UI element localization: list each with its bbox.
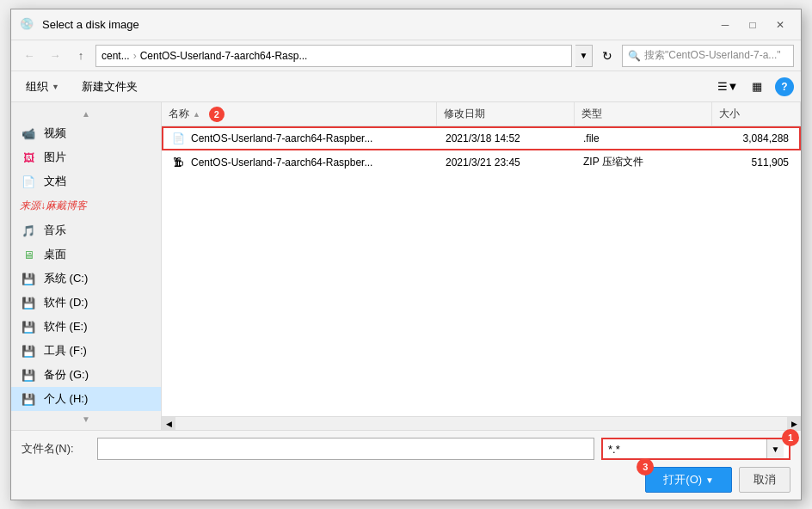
- sidebar-label-desktop: 桌面: [44, 247, 66, 262]
- search-box[interactable]: 🔍 搜索"CentOS-Userland-7-a...": [622, 45, 794, 67]
- col-date-label: 修改日期: [444, 107, 485, 121]
- horizontal-scrollbar[interactable]: ◀ ▶: [162, 416, 801, 430]
- new-folder-button[interactable]: 新建文件夹: [74, 76, 145, 98]
- organize-label: 组织: [26, 79, 48, 95]
- doc-icon: 📄: [20, 175, 37, 188]
- hscroll-right-button[interactable]: ▶: [787, 417, 801, 431]
- close-button[interactable]: ✕: [768, 15, 792, 34]
- file-1-date: 2021/3/18 14:52: [440, 132, 578, 144]
- drive-d-icon: 💾: [20, 296, 37, 310]
- sidebar-watermark: 来源↓麻戴博客: [11, 193, 161, 218]
- open-button[interactable]: 打开(O) ▼: [645, 467, 732, 493]
- sidebar-item-pictures[interactable]: 🖼 图片: [11, 145, 161, 169]
- sidebar-scroll-up[interactable]: ▲: [11, 106, 161, 121]
- toolbar: 组织 ▼ 新建文件夹 ☰▼ ▦ ?: [11, 71, 801, 102]
- path-separator-1: ›: [133, 50, 137, 62]
- sidebar-label-soft-d: 软件 (D:): [44, 295, 88, 310]
- sidebar-item-videos[interactable]: 📹 视频: [11, 121, 161, 145]
- hscroll-track[interactable]: [175, 417, 787, 431]
- main-content: ▲ 📹 视频 🖼 图片 📄 文档 来源↓麻戴博客 🎵 音乐 🖥 桌面: [11, 102, 801, 430]
- organize-arrow-icon: ▼: [52, 83, 59, 91]
- sidebar-label-personal-h: 个人 (H:): [44, 391, 88, 407]
- sidebar-item-personal-h[interactable]: 💾 个人 (H:): [11, 387, 161, 411]
- sidebar-item-desktop[interactable]: 🖥 桌面: [11, 242, 161, 267]
- sidebar-item-soft-d[interactable]: 💾 软件 (D:): [11, 291, 161, 315]
- col-header-type[interactable]: 类型: [575, 102, 712, 126]
- new-folder-label: 新建文件夹: [82, 79, 138, 95]
- file-item-2[interactable]: 🗜 CentOS-Userland-7-aarch64-Raspber... 2…: [162, 150, 801, 175]
- back-button[interactable]: ←: [18, 45, 40, 67]
- music-icon: 🎵: [20, 224, 37, 237]
- sidebar-item-documents[interactable]: 📄 文档: [11, 169, 161, 193]
- sidebar-label-videos: 视频: [44, 126, 66, 141]
- file-1-name: 📄 CentOS-Userland-7-aarch64-Raspber...: [165, 131, 440, 146]
- refresh-button[interactable]: ↻: [596, 45, 618, 67]
- desktop-icon: 🖥: [20, 248, 37, 261]
- sidebar-item-music[interactable]: 🎵 音乐: [11, 218, 161, 242]
- sidebar-label-pictures: 图片: [44, 150, 66, 165]
- file-1-type: .file: [578, 132, 716, 144]
- open-label: 打开(O): [663, 472, 702, 488]
- file-2-size: 511,905: [716, 156, 797, 169]
- sidebar-label-backup-g: 备份 (G:): [44, 367, 89, 383]
- col-header-date[interactable]: 修改日期: [437, 102, 575, 126]
- sidebar-label-soft-e: 软件 (E:): [44, 319, 88, 334]
- image-icon: 🖼: [20, 150, 37, 164]
- drive-f-icon: 💾: [20, 344, 37, 358]
- sidebar-item-system-c[interactable]: 💾 系统 (C:): [11, 267, 161, 291]
- address-dropdown-button[interactable]: ▼: [575, 45, 593, 67]
- dialog-window: 💿 Select a disk image ─ □ ✕ ← → ↑ cent..…: [10, 9, 802, 500]
- file-1-size: 3,084,288: [716, 132, 797, 144]
- open-btn-wrapper: 打开(O) ▼ 3: [645, 467, 732, 493]
- file-list: 📄 CentOS-Userland-7-aarch64-Raspber... 2…: [162, 126, 801, 416]
- sidebar-scroll-down[interactable]: ▼: [11, 411, 161, 426]
- file-1-icon: 📄: [170, 131, 186, 146]
- file-list-container: 名称 ▲ 2 修改日期 类型 大小 📄: [162, 102, 801, 430]
- filetype-wrapper: *.* ▼ 1: [601, 438, 790, 460]
- view-list-button[interactable]: ☰▼: [717, 76, 739, 98]
- col-type-label: 类型: [581, 107, 602, 121]
- sidebar-item-backup-g[interactable]: 💾 备份 (G:): [11, 363, 161, 387]
- col-header-name[interactable]: 名称 ▲ 2: [162, 102, 437, 126]
- open-arrow-icon: ▼: [705, 475, 714, 485]
- search-placeholder: 搜索"CentOS-Userland-7-a...": [644, 48, 781, 63]
- sidebar-item-tools-f[interactable]: 💾 工具 (F:): [11, 339, 161, 363]
- window-title: Select a disk image: [42, 18, 713, 31]
- annotation-2: 2: [209, 107, 225, 122]
- file-2-type: ZIP 压缩文件: [578, 155, 716, 169]
- video-icon: 📹: [20, 126, 37, 140]
- forward-button[interactable]: →: [44, 45, 66, 67]
- window-icon: 💿: [20, 17, 35, 33]
- file-item-1[interactable]: 📄 CentOS-Userland-7-aarch64-Raspber... 2…: [162, 126, 801, 150]
- maximize-button[interactable]: □: [741, 15, 765, 34]
- filename-input[interactable]: [97, 438, 594, 460]
- filetype-dropdown[interactable]: *.* ▼: [601, 438, 790, 460]
- file-2-name: 🗜 CentOS-Userland-7-aarch64-Raspber...: [165, 155, 440, 170]
- file-2-date: 2021/3/21 23:45: [440, 156, 578, 169]
- address-bar: ← → ↑ cent... › CentOS-Userland-7-aarch6…: [11, 40, 801, 71]
- annotation-badge-1: 1: [782, 429, 799, 446]
- search-icon: 🔍: [628, 50, 641, 62]
- hscroll-left-button[interactable]: ◀: [162, 417, 175, 431]
- file-2-icon: 🗜: [170, 155, 186, 170]
- sidebar: ▲ 📹 视频 🖼 图片 📄 文档 来源↓麻戴博客 🎵 音乐 🖥 桌面: [11, 102, 162, 430]
- sidebar-item-soft-e[interactable]: 💾 软件 (E:): [11, 315, 161, 339]
- view-panel-button[interactable]: ▦: [746, 76, 768, 98]
- sidebar-label-tools-f: 工具 (F:): [44, 343, 87, 359]
- minimize-button[interactable]: ─: [713, 15, 737, 34]
- help-button[interactable]: ?: [775, 77, 794, 96]
- filename-row: 文件名(N): *.* ▼ 1: [22, 438, 790, 460]
- cancel-button[interactable]: 取消: [739, 467, 790, 493]
- cancel-label: 取消: [754, 473, 776, 486]
- up-button[interactable]: ↑: [70, 45, 92, 67]
- address-path[interactable]: cent... › CentOS-Userland-7-aarch64-Rasp…: [95, 45, 572, 67]
- filetype-value: *.*: [608, 443, 766, 456]
- filetype-arrow-button[interactable]: ▼: [766, 439, 784, 458]
- sidebar-label-system-c: 系统 (C:): [44, 271, 88, 286]
- col-header-size[interactable]: 大小: [712, 102, 801, 126]
- drive-e-icon: 💾: [20, 320, 37, 334]
- sort-arrow-icon: ▲: [193, 110, 200, 119]
- drive-h-icon: 💾: [20, 392, 37, 406]
- organize-button[interactable]: 组织 ▼: [18, 76, 67, 98]
- path-part-1: cent...: [102, 50, 130, 62]
